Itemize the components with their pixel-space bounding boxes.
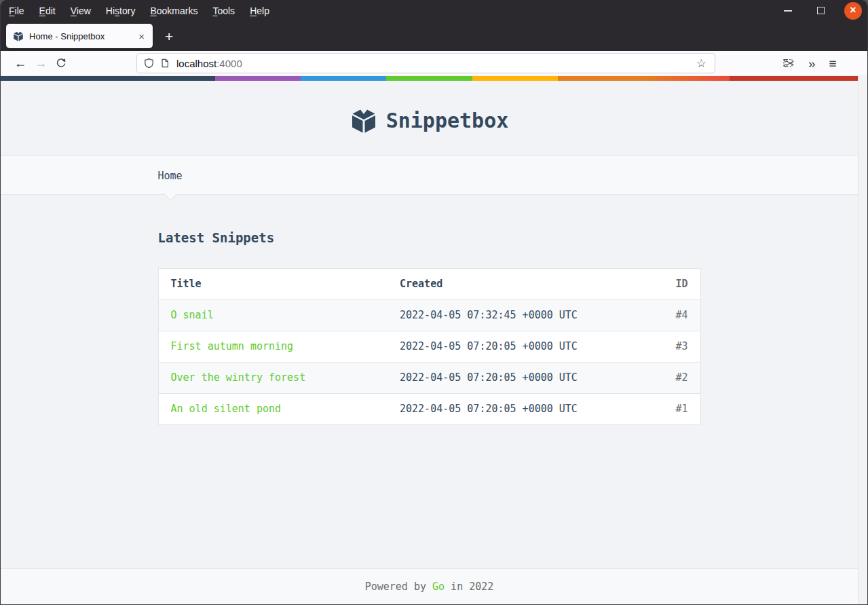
site-title: Snippetbox [386,109,509,132]
forward-button: → [31,54,51,73]
url-port: :4000 [216,58,242,69]
table-row: Over the wintry forest 2022-04-05 07:20:… [158,363,700,394]
screenshot-scissors-icon [783,58,795,69]
menu-bookmarks[interactable]: Bookmarks [150,5,197,16]
hamburger-menu-button[interactable]: ≡ [829,57,837,70]
bookmark-star-icon[interactable]: ☆ [695,56,708,71]
snippet-created: 2022-04-05 07:20:05 +0000 UTC [388,331,652,363]
screenshot-tool-button[interactable] [783,58,795,69]
new-tab-button[interactable]: + [165,29,173,43]
menu-edit[interactable]: Edit [39,5,56,16]
column-header-created: Created [388,269,652,300]
toolbar-right-icons: » ≡ [783,57,837,70]
tab-home-snippetbox[interactable]: Home - Snippetbox × [6,24,153,48]
back-button[interactable]: ← [10,54,31,73]
maximize-icon [817,7,825,14]
url-bar[interactable]: localhost:4000 ☆ [136,53,715,73]
minimize-icon [784,10,792,12]
window-controls: × [779,2,862,20]
site-footer: Powered by Go in 2022 [1,568,858,604]
vertical-scrollbar[interactable] [858,76,867,604]
snippetbox-favicon-icon [13,31,24,41]
page-viewport: Snippetbox Home Latest Snippets Title Cr… [1,76,867,604]
footer-text-suffix: in 2022 [445,581,493,593]
snippet-id: #3 [652,331,700,363]
menu-help[interactable]: Help [250,5,269,16]
url-input[interactable]: localhost:4000 [176,58,695,69]
shield-icon[interactable] [144,58,154,69]
snippet-created: 2022-04-05 07:20:05 +0000 UTC [388,394,652,425]
url-host: localhost [176,58,216,69]
site-nav: Home [1,156,858,195]
menu-bar: File Edit View History Bookmarks Tools H… [1,0,867,21]
page-title: Latest Snippets [158,230,701,245]
snippet-link[interactable]: An old silent pond [171,403,282,415]
table-header-row: Title Created ID [158,269,700,300]
header-gradient-strip [1,76,858,81]
footer-go-link[interactable]: Go [432,581,445,593]
tab-bar: Home - Snippetbox × + [1,21,867,51]
snippet-id: #1 [652,394,700,425]
reload-icon [56,58,67,69]
menu-view[interactable]: View [71,5,91,16]
snippet-created: 2022-04-05 07:32:45 +0000 UTC [388,300,652,331]
footer-text-prefix: Powered by [365,581,432,593]
maximize-button[interactable] [812,2,829,20]
menu-tools[interactable]: Tools [212,5,235,16]
close-icon: × [850,4,856,16]
navigation-toolbar: ← → localhost:4000 ☆ [1,51,867,76]
snippets-table: Title Created ID O snail 2022-04-05 07:3… [158,268,701,425]
overflow-chevron-button[interactable]: » [808,57,816,70]
table-row: An old silent pond 2022-04-05 07:20:05 +… [158,394,700,425]
snippet-id: #4 [652,300,700,331]
menu-file[interactable]: File [9,5,24,16]
column-header-title: Title [158,269,388,300]
main-content: Latest Snippets Title Created ID O snail [1,195,858,568]
tab-close-icon[interactable]: × [136,31,147,42]
table-row: First autumn morning 2022-04-05 07:20:05… [158,331,700,363]
reload-button[interactable] [51,54,71,73]
snippet-id: #2 [652,363,700,394]
snippet-link[interactable]: Over the wintry forest [171,371,306,384]
table-row: O snail 2022-04-05 07:32:45 +0000 UTC #4 [158,300,700,331]
site-logo-link[interactable]: Snippetbox [350,103,509,137]
snippet-created: 2022-04-05 07:20:05 +0000 UTC [388,363,652,394]
nav-item-home[interactable]: Home [158,168,183,184]
site-header: Snippetbox [1,81,858,156]
column-header-id: ID [652,269,700,300]
menu-history[interactable]: History [106,5,136,16]
page-content: Snippetbox Home Latest Snippets Title Cr… [1,76,858,604]
snippet-link[interactable]: First autumn morning [171,340,294,352]
snippetbox-logo-icon [350,107,377,134]
close-button[interactable]: × [844,2,862,20]
page-info-icon[interactable] [160,58,170,69]
browser-window: File Edit View History Bookmarks Tools H… [0,0,868,605]
tab-title: Home - Snippetbox [29,31,136,41]
minimize-button[interactable] [779,2,797,20]
snippet-link[interactable]: O snail [171,309,214,321]
